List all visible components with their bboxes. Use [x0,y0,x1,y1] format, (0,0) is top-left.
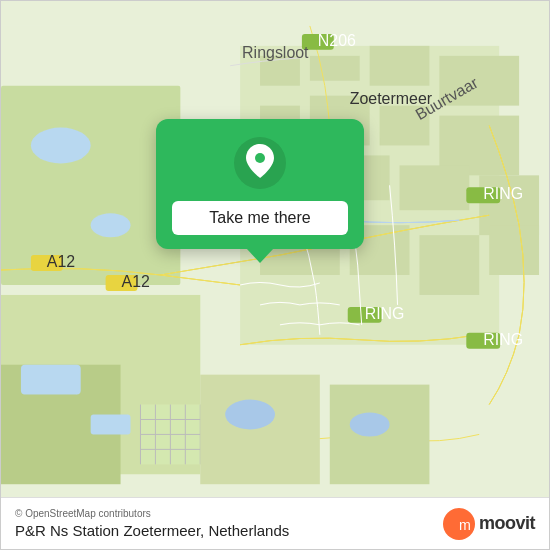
svg-rect-6 [21,365,81,395]
popup-card: Take me there [156,119,364,249]
svg-rect-21 [370,46,430,86]
svg-rect-34 [489,225,539,275]
svg-point-4 [31,128,91,164]
svg-text:A12: A12 [122,273,150,290]
svg-point-58 [255,153,265,163]
svg-point-57 [350,412,390,436]
svg-text:Ringsloot: Ringsloot [242,44,309,61]
svg-point-5 [91,213,131,237]
svg-text:RING: RING [483,331,523,348]
location-pin-icon [246,144,274,182]
svg-text:m: m [459,517,471,533]
bottom-bar: © OpenStreetMap contributors P&R Ns Stat… [1,497,549,549]
svg-text:N206: N206 [318,32,356,49]
svg-rect-1 [1,86,180,285]
copyright-text: © OpenStreetMap contributors [15,508,289,519]
pin-icon-wrapper [234,137,286,189]
take-me-there-button[interactable]: Take me there [172,201,348,235]
svg-text:A12: A12 [47,253,75,270]
svg-rect-29 [400,165,470,210]
map-background: A12 A12 N206 [1,1,549,549]
svg-rect-54 [200,375,320,485]
svg-rect-20 [310,56,360,81]
svg-point-56 [225,400,275,430]
svg-text:RING: RING [483,185,523,202]
svg-rect-7 [91,414,131,434]
moovit-logo: m moovit [443,508,535,540]
svg-text:Zoetermeer: Zoetermeer [350,90,433,107]
svg-text:RING: RING [365,305,405,322]
map-svg: A12 A12 N206 [1,1,549,549]
moovit-brand-text: moovit [479,513,535,534]
location-name: P&R Ns Station Zoetermeer, Netherlands [15,522,289,539]
svg-rect-33 [419,235,479,295]
app-container: A12 A12 N206 [0,0,550,550]
moovit-logo-icon: m [443,508,475,540]
map-container: A12 A12 N206 [1,1,549,549]
bottom-info: © OpenStreetMap contributors P&R Ns Stat… [15,508,289,539]
